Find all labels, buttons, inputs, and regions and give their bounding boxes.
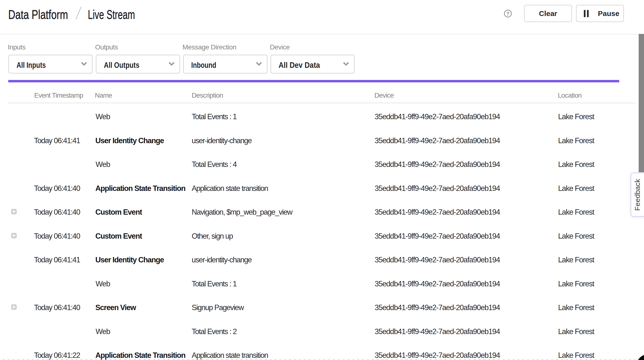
svg-text:?: ? — [506, 11, 509, 17]
